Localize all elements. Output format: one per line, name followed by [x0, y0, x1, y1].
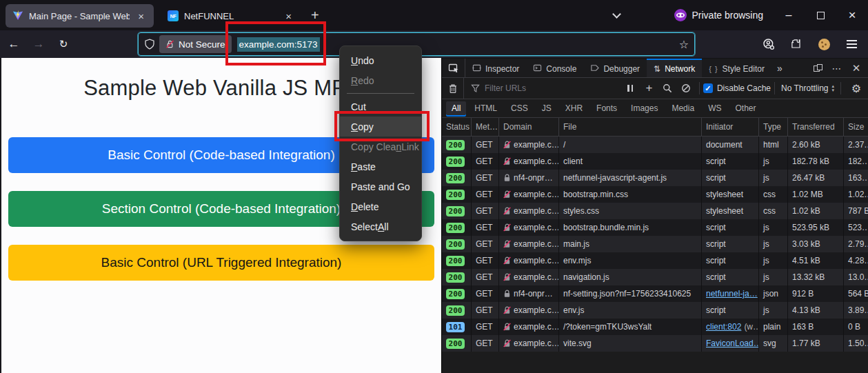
filter-chip-xhr[interactable]: XHR [560, 101, 588, 115]
tab-close-icon[interactable]: × [135, 10, 147, 22]
request-row[interactable]: 200GETexample.c…main.jsscriptjs3.03 kB2.… [442, 236, 868, 252]
filter-chip-ws[interactable]: WS [703, 101, 727, 115]
list-all-tabs-button[interactable] [601, 0, 633, 30]
tab-close-icon[interactable]: × [283, 10, 294, 22]
new-tab-button[interactable]: + [305, 8, 325, 23]
size-cell: 2.37… [844, 137, 868, 153]
initiator-cell: script [702, 269, 759, 285]
insecure-lock-icon [503, 323, 511, 331]
account-button[interactable] [758, 34, 780, 54]
column-header-met[interactable]: Met… [472, 118, 499, 136]
app-menu-button[interactable] [840, 34, 862, 54]
request-row[interactable]: 200GETexample.c…env.mjsscriptjs4.51 kB4.… [442, 252, 868, 269]
url-input-selected-text[interactable]: example.com:5173 [237, 37, 320, 52]
devtools-tab-network[interactable]: ⇅Network [647, 59, 702, 77]
request-row[interactable]: 101GETexample.c…/?token=gmTKU3wsYaltclie… [442, 319, 868, 335]
menu-item-paste[interactable]: Paste [340, 157, 421, 177]
size-cell: 564 B [844, 285, 868, 302]
column-header-transferred[interactable]: Transferred [788, 118, 844, 136]
column-header-file[interactable]: File [559, 118, 702, 136]
filter-chip-fonts[interactable]: Fonts [591, 101, 623, 115]
add-request-button[interactable]: + [640, 80, 658, 97]
column-header-domain[interactable]: Domain [499, 118, 559, 136]
maximize-button[interactable] [805, 0, 836, 30]
column-header-initiator[interactable]: Initiator [702, 118, 759, 136]
search-button[interactable] [658, 80, 677, 97]
column-header-status[interactable]: Status [442, 118, 472, 136]
menu-item-cut[interactable]: Cut [340, 97, 421, 117]
shield-icon[interactable] [144, 39, 155, 50]
type-cell: js [759, 269, 788, 285]
initiator-cell: stylesheet [702, 186, 759, 203]
trash-icon [448, 83, 458, 94]
network-settings-button[interactable]: ⚙ [845, 82, 868, 95]
reload-button[interactable]: ↻ [52, 34, 74, 54]
filter-chip-html[interactable]: HTML [469, 101, 503, 115]
column-header-size[interactable]: Size [844, 118, 868, 136]
size-cell: 163… [844, 170, 868, 186]
initiator-link[interactable]: client:802 [706, 322, 741, 332]
pick-element-button[interactable] [442, 59, 465, 77]
method-cell: GET [472, 186, 499, 203]
split-console-button[interactable] [809, 60, 827, 77]
extensions-button[interactable] [785, 34, 807, 54]
method-cell: GET [472, 203, 499, 219]
disable-cache-checkbox[interactable]: ✓ Disable Cache [703, 83, 771, 93]
request-row[interactable]: 200GETexample.c…bootstrap.min.cssstylesh… [442, 186, 868, 203]
filter-urls-input[interactable]: Filter URLs [464, 83, 621, 93]
filter-chip-images[interactable]: Images [625, 101, 663, 115]
browser-tab[interactable]: Main Page - Sample Web× [6, 4, 154, 28]
devtools-tab-debugger[interactable]: Debugger [583, 59, 647, 77]
devtools-tab-style-editor[interactable]: { }Style Editor [702, 59, 771, 77]
minimize-button[interactable]: – [773, 0, 805, 30]
menu-item-delete[interactable]: Delete [340, 196, 421, 216]
block-requests-button[interactable] [677, 80, 696, 97]
devtools-close-button[interactable]: ✕ [847, 60, 865, 77]
back-button[interactable]: ← [3, 34, 25, 54]
status-badge: 200 [446, 157, 465, 167]
status-badge: 101 [446, 322, 465, 332]
cookie-icon [818, 39, 830, 50]
request-row[interactable]: 200GETexample.c…env.jsscriptjs4.13 kB3.8… [442, 302, 868, 319]
pick-element-icon [448, 63, 459, 74]
page-button-basic-control-url-triggered-in[interactable]: Basic Control (URL Triggered Integration… [8, 245, 434, 281]
request-row[interactable]: 200GETexample.c…navigation.jsscriptjs13.… [442, 269, 868, 285]
filter-chip-media[interactable]: Media [666, 101, 700, 115]
menu-item-copy[interactable]: Copy [340, 117, 421, 137]
initiator-link[interactable]: FaviconLoad… [706, 339, 759, 348]
lock-icon [503, 290, 511, 298]
devtools-tab-inspector[interactable]: Inspector [465, 59, 526, 77]
filter-chip-other[interactable]: Other [729, 101, 761, 115]
devtools-tab-console[interactable]: Console [526, 59, 583, 77]
domain-text: example.c… [514, 272, 559, 282]
menu-item-select-all[interactable]: Select All [340, 216, 421, 236]
filter-chip-all[interactable]: All [446, 101, 466, 115]
menu-item-undo[interactable]: Undo [340, 50, 421, 70]
devtools-options-button[interactable]: ⋯ [828, 60, 846, 77]
forward-button[interactable]: → [28, 34, 50, 54]
request-row[interactable]: 200GETexample.c…styles.cssstylesheetcss1… [442, 203, 868, 219]
insecure-lock-icon [503, 141, 511, 149]
column-header-type[interactable]: Type [759, 118, 788, 136]
initiator-link[interactable]: netfunnel-ja… [706, 289, 758, 299]
request-row[interactable]: 200GETexample.c…bootstrap.bundle.min.jss… [442, 219, 868, 236]
more-tabs-button[interactable]: » [771, 59, 788, 77]
request-row[interactable]: 200GETexample.c…vite.svgFaviconLoad…svg1… [442, 335, 868, 352]
clear-requests-button[interactable] [442, 78, 464, 99]
private-mask-icon [674, 9, 687, 21]
window-close-button[interactable]: × [836, 0, 868, 30]
request-row[interactable]: 200GETnf4-onpr…nf-setting.json?nf=175623… [442, 285, 868, 302]
filter-chip-js[interactable]: JS [536, 101, 557, 115]
filter-chip-css[interactable]: CSS [505, 101, 534, 115]
cookie-extension-button[interactable] [813, 34, 835, 54]
throttling-dropdown[interactable]: No Throttling ▴▾ [778, 83, 837, 93]
menu-item-paste-and-go[interactable]: Paste and Go [340, 177, 421, 196]
site-security-chip[interactable]: Not Secure [159, 35, 232, 53]
pause-traffic-button[interactable] [621, 80, 640, 97]
request-row[interactable]: 200GETexample.c…clientscriptjs182.78 kB1… [442, 153, 868, 170]
request-row[interactable]: 200GETexample.c…/documenthtml2.60 kB2.37… [442, 137, 868, 153]
initiator-cell: stylesheet [702, 203, 759, 219]
browser-tab[interactable]: NFNetFUNNEL× [161, 4, 301, 28]
bookmark-star-icon[interactable]: ☆ [679, 38, 689, 51]
request-row[interactable]: 200GETnf4-onpr…netfunnel-javascript-agen… [442, 170, 868, 186]
